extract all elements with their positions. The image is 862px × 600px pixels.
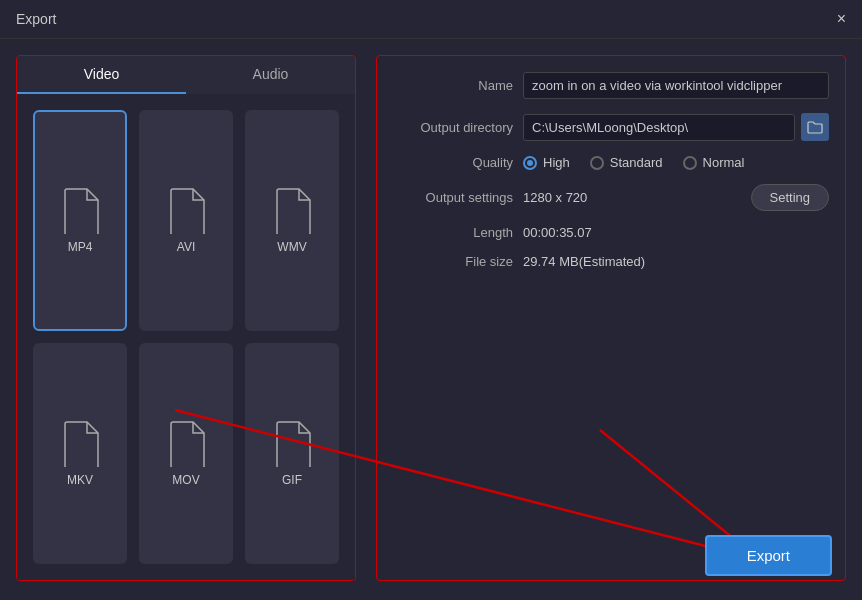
setting-button[interactable]: Setting (751, 184, 829, 211)
format-gif[interactable]: GIF (245, 343, 339, 564)
output-settings-label: Output settings (393, 190, 513, 205)
format-gif-label: GIF (282, 473, 302, 487)
quality-normal-label: Normal (703, 155, 745, 170)
format-mp4[interactable]: MP4 (33, 110, 127, 331)
title-bar: Export × (0, 0, 862, 39)
tab-bar: Video Audio (17, 56, 355, 94)
output-settings-row: Output settings 1280 x 720 Setting (393, 184, 829, 211)
quality-options: High Standard Normal (523, 155, 744, 170)
format-grid: MP4 AVI WMV (17, 94, 355, 580)
tab-video[interactable]: Video (17, 56, 186, 94)
format-mp4-label: MP4 (68, 240, 93, 254)
quality-row: Quality High Standard Normal (393, 155, 829, 170)
format-wmv[interactable]: WMV (245, 110, 339, 331)
file-size-label: File size (393, 254, 513, 269)
right-panel: Name Output directory Quality (376, 55, 846, 581)
quality-standard-radio[interactable] (590, 156, 604, 170)
format-mov-label: MOV (172, 473, 199, 487)
window-title: Export (16, 11, 56, 27)
quality-standard-option[interactable]: Standard (590, 155, 663, 170)
left-panel: Video Audio MP4 A (16, 55, 356, 581)
output-dir-input[interactable] (523, 114, 795, 141)
export-button[interactable]: Export (705, 535, 832, 576)
quality-high-radio[interactable] (523, 156, 537, 170)
file-size-value: 29.74 MB(Estimated) (523, 254, 645, 269)
quality-normal-option[interactable]: Normal (683, 155, 745, 170)
tab-audio[interactable]: Audio (186, 56, 355, 94)
format-wmv-label: WMV (277, 240, 306, 254)
output-settings-value: 1280 x 720 (523, 190, 751, 205)
quality-high-option[interactable]: High (523, 155, 570, 170)
format-mkv-label: MKV (67, 473, 93, 487)
window: Export × Video Audio MP4 (0, 0, 862, 600)
name-input[interactable] (523, 72, 829, 99)
format-avi-label: AVI (177, 240, 195, 254)
file-size-row: File size 29.74 MB(Estimated) (393, 254, 829, 269)
content-area: Video Audio MP4 A (0, 39, 862, 597)
format-mov[interactable]: MOV (139, 343, 233, 564)
format-mkv[interactable]: MKV (33, 343, 127, 564)
quality-standard-label: Standard (610, 155, 663, 170)
length-row: Length 00:00:35.07 (393, 225, 829, 240)
length-value: 00:00:35.07 (523, 225, 592, 240)
name-row: Name (393, 72, 829, 99)
quality-label: Quality (393, 155, 513, 170)
quality-high-label: High (543, 155, 570, 170)
output-dir-label: Output directory (393, 120, 513, 135)
close-button[interactable]: × (837, 10, 846, 28)
length-label: Length (393, 225, 513, 240)
format-avi[interactable]: AVI (139, 110, 233, 331)
output-dir-row: Output directory (393, 113, 829, 141)
name-label: Name (393, 78, 513, 93)
quality-normal-radio[interactable] (683, 156, 697, 170)
browse-folder-button[interactable] (801, 113, 829, 141)
